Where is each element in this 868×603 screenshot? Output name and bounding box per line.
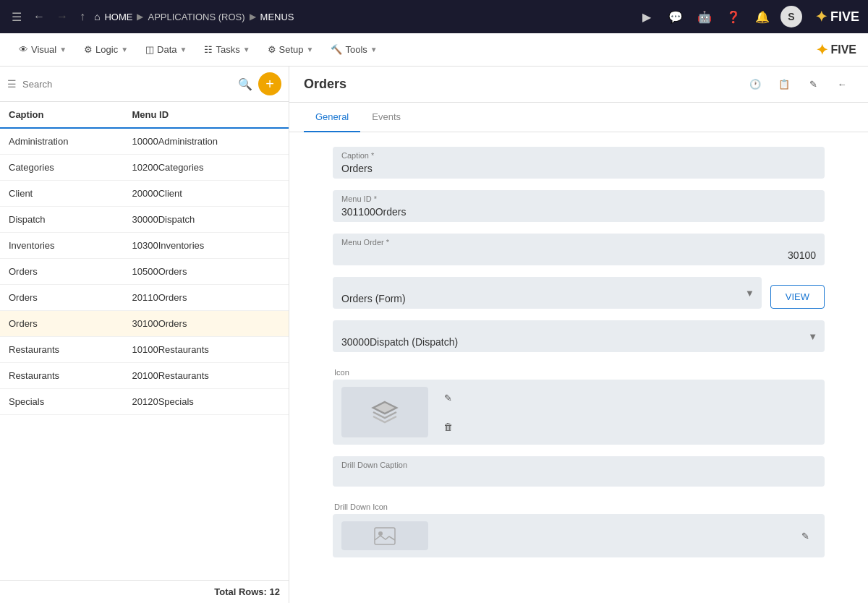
table-row[interactable]: Client 20000Client bbox=[0, 181, 289, 207]
list-scroll[interactable]: Caption Menu ID Administration 10000Admi… bbox=[0, 102, 289, 580]
drill-down-icon-edit-button[interactable]: ✎ bbox=[794, 525, 816, 547]
menu-id-cell: 20120Specials bbox=[124, 389, 289, 415]
nav-right-actions: ▶ 💬 🤖 ❓ 🔔 S ✦FIVE bbox=[636, 6, 859, 27]
table-row[interactable]: Orders 20110Orders bbox=[0, 285, 289, 311]
icon-delete-button[interactable]: 🗑 bbox=[437, 416, 459, 437]
tab-events[interactable]: Events bbox=[360, 103, 412, 132]
parent-menu-input[interactable] bbox=[333, 320, 825, 352]
drill-down-caption-field: Drill Down Caption bbox=[333, 456, 825, 487]
menu-id-cell: 20110Orders bbox=[124, 285, 289, 311]
setup-chevron: ▼ bbox=[307, 46, 314, 54]
hamburger-icon[interactable]: ☰ bbox=[9, 7, 25, 27]
list-table: Caption Menu ID Administration 10000Admi… bbox=[0, 102, 289, 415]
tasks-icon: ☷ bbox=[204, 44, 213, 55]
breadcrumb-menus[interactable]: MENUS bbox=[260, 12, 294, 22]
toolbar-logic[interactable]: ⚙ Logic ▼ bbox=[77, 40, 135, 59]
form-area: Caption * Menu ID * Menu Order * Action bbox=[289, 132, 868, 603]
tab-general[interactable]: General bbox=[304, 103, 360, 132]
toolbar-logic-label: Logic bbox=[95, 44, 118, 55]
eye-icon: 👁 bbox=[19, 44, 28, 55]
table-row[interactable]: Orders 10500Orders bbox=[0, 259, 289, 285]
menu-id-input[interactable] bbox=[333, 190, 825, 222]
forward-icon[interactable]: → bbox=[54, 7, 71, 26]
caption-cell: Client bbox=[0, 181, 124, 207]
add-button[interactable]: + bbox=[258, 72, 281, 95]
action-row: Action ▼ VIEW bbox=[333, 277, 825, 320]
filter-icon[interactable]: ☰ bbox=[7, 78, 17, 90]
tools-chevron: ▼ bbox=[370, 46, 378, 54]
caption-cell: Inventories bbox=[0, 233, 124, 259]
caption-cell: Orders bbox=[0, 311, 124, 337]
edit-icon[interactable]: ✎ bbox=[801, 73, 825, 96]
search-input[interactable] bbox=[22, 79, 232, 90]
breadcrumb: ⌂ HOME ▶ APPLICATIONS (ROS) ▶ MENUS bbox=[94, 11, 630, 22]
toolbar-tools[interactable]: 🔨 Tools ▼ bbox=[323, 40, 384, 59]
toolbar-setup[interactable]: ⚙ Setup ▼ bbox=[260, 40, 321, 59]
help-icon[interactable]: ❓ bbox=[723, 6, 744, 27]
breadcrumb-sep-1: ▶ bbox=[137, 12, 143, 22]
main-layout: ☰ 🔍 + Caption Menu ID Administration 100… bbox=[0, 67, 868, 603]
action-input[interactable] bbox=[333, 277, 762, 309]
table-row[interactable]: Specials 20120Specials bbox=[0, 389, 289, 415]
breadcrumb-apps[interactable]: APPLICATIONS (ROS) bbox=[148, 12, 244, 22]
drill-down-icon-label: Drill Down Icon bbox=[333, 498, 825, 514]
menu-order-input[interactable] bbox=[333, 234, 825, 265]
data-chevron: ▼ bbox=[180, 46, 187, 54]
caption-input[interactable] bbox=[333, 147, 825, 179]
table-row[interactable]: Inventories 10300Inventories bbox=[0, 233, 289, 259]
close-icon[interactable]: ← bbox=[830, 73, 854, 96]
icon-actions: ✎ 🗑 bbox=[437, 387, 459, 437]
table-row[interactable]: Dispatch 30000Dispatch bbox=[0, 207, 289, 233]
table-row[interactable]: Categories 10200Categories bbox=[0, 155, 289, 181]
play-icon[interactable]: ▶ bbox=[636, 6, 658, 27]
table-header: Caption Menu ID bbox=[0, 102, 289, 128]
caption-field: Caption * bbox=[333, 147, 825, 179]
svg-rect-1 bbox=[375, 528, 395, 544]
caption-cell: Orders bbox=[0, 259, 124, 285]
table-row[interactable]: Restaurants 20100Restaurants bbox=[0, 363, 289, 389]
caption-cell: Restaurants bbox=[0, 363, 124, 389]
user-avatar[interactable]: S bbox=[780, 6, 802, 27]
action-field: Action ▼ bbox=[333, 277, 762, 309]
toolbar-tasks[interactable]: ☷ Tasks ▼ bbox=[197, 40, 257, 59]
menu-id-field: Menu ID * bbox=[333, 190, 825, 222]
icon-edit-button[interactable]: ✎ bbox=[437, 387, 459, 409]
up-icon[interactable]: ↑ bbox=[77, 7, 88, 26]
grid-icon: ◫ bbox=[145, 44, 154, 55]
toolbar-visual[interactable]: 👁 Visual ▼ bbox=[12, 40, 74, 59]
icon-label: Icon bbox=[333, 364, 825, 380]
table-row[interactable]: Restaurants 10100Restaurants bbox=[0, 337, 289, 363]
caption-cell: Administration bbox=[0, 128, 124, 155]
breadcrumb-home[interactable]: HOME bbox=[104, 12, 132, 22]
menu-id-cell: 10200Categories bbox=[124, 155, 289, 181]
back-icon[interactable]: ← bbox=[30, 7, 48, 26]
logic-chevron: ▼ bbox=[121, 46, 128, 54]
layers-icon bbox=[370, 399, 399, 425]
home-icon[interactable]: ⌂ bbox=[94, 11, 100, 22]
five-logo: ✦FIVE bbox=[815, 8, 859, 25]
robot-icon[interactable]: 🤖 bbox=[694, 6, 715, 27]
menu-id-cell: 20000Client bbox=[124, 181, 289, 207]
menu-order-field: Menu Order * bbox=[333, 234, 825, 265]
caption-header: Caption bbox=[0, 102, 124, 128]
toolbar-visual-label: Visual bbox=[31, 44, 56, 55]
bell-icon[interactable]: 🔔 bbox=[752, 6, 773, 27]
table-row[interactable]: Administration 10000Administration bbox=[0, 128, 289, 155]
table-row[interactable]: Orders 30100Orders bbox=[0, 311, 289, 337]
toolbar-tasks-label: Tasks bbox=[216, 44, 239, 55]
toolbar-data[interactable]: ◫ Data ▼ bbox=[138, 40, 194, 59]
menu-id-label: Menu ID * bbox=[341, 194, 377, 203]
view-button[interactable]: VIEW bbox=[770, 285, 825, 309]
copy-icon[interactable]: 📋 bbox=[773, 73, 796, 96]
menu-id-cell: 10300Inventories bbox=[124, 233, 289, 259]
page-title: Orders bbox=[304, 77, 744, 92]
clock-icon[interactable]: 🕐 bbox=[744, 73, 767, 96]
menu-id-cell: 30100Orders bbox=[124, 311, 289, 337]
tasks-chevron: ▼ bbox=[243, 46, 250, 54]
logic-icon: ⚙ bbox=[84, 44, 93, 55]
menuid-header: Menu ID bbox=[124, 102, 289, 128]
chat-icon[interactable]: 💬 bbox=[665, 6, 686, 27]
toolbar: 👁 Visual ▼ ⚙ Logic ▼ ◫ Data ▼ ☷ Tasks ▼ … bbox=[0, 33, 868, 67]
search-icon[interactable]: 🔍 bbox=[238, 77, 252, 91]
breadcrumb-sep-2: ▶ bbox=[250, 12, 256, 22]
